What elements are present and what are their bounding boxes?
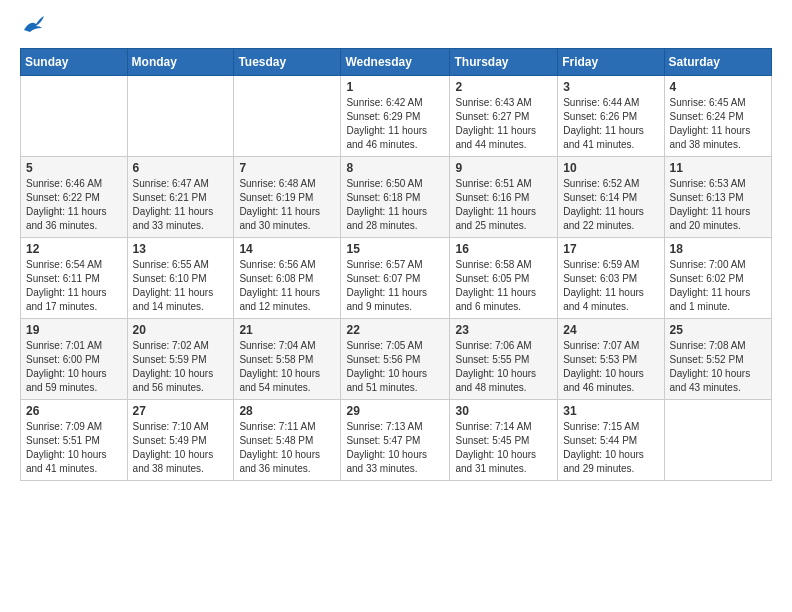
day-info: Sunrise: 7:09 AM Sunset: 5:51 PM Dayligh…: [26, 420, 122, 476]
day-number: 23: [455, 323, 552, 337]
calendar-cell: 28Sunrise: 7:11 AM Sunset: 5:48 PM Dayli…: [234, 400, 341, 481]
day-info: Sunrise: 6:44 AM Sunset: 6:26 PM Dayligh…: [563, 96, 658, 152]
calendar-cell: [127, 76, 234, 157]
day-info: Sunrise: 7:10 AM Sunset: 5:49 PM Dayligh…: [133, 420, 229, 476]
calendar: SundayMondayTuesdayWednesdayThursdayFrid…: [20, 48, 772, 481]
day-number: 1: [346, 80, 444, 94]
header: [20, 16, 772, 34]
calendar-week-row: 1Sunrise: 6:42 AM Sunset: 6:29 PM Daylig…: [21, 76, 772, 157]
day-info: Sunrise: 6:46 AM Sunset: 6:22 PM Dayligh…: [26, 177, 122, 233]
day-info: Sunrise: 6:42 AM Sunset: 6:29 PM Dayligh…: [346, 96, 444, 152]
day-info: Sunrise: 6:43 AM Sunset: 6:27 PM Dayligh…: [455, 96, 552, 152]
day-info: Sunrise: 7:11 AM Sunset: 5:48 PM Dayligh…: [239, 420, 335, 476]
day-number: 6: [133, 161, 229, 175]
day-info: Sunrise: 6:54 AM Sunset: 6:11 PM Dayligh…: [26, 258, 122, 314]
day-info: Sunrise: 6:59 AM Sunset: 6:03 PM Dayligh…: [563, 258, 658, 314]
calendar-week-row: 5Sunrise: 6:46 AM Sunset: 6:22 PM Daylig…: [21, 157, 772, 238]
day-number: 8: [346, 161, 444, 175]
day-info: Sunrise: 7:05 AM Sunset: 5:56 PM Dayligh…: [346, 339, 444, 395]
calendar-cell: 3Sunrise: 6:44 AM Sunset: 6:26 PM Daylig…: [558, 76, 664, 157]
calendar-cell: 16Sunrise: 6:58 AM Sunset: 6:05 PM Dayli…: [450, 238, 558, 319]
day-number: 25: [670, 323, 766, 337]
calendar-cell: 4Sunrise: 6:45 AM Sunset: 6:24 PM Daylig…: [664, 76, 771, 157]
day-info: Sunrise: 6:53 AM Sunset: 6:13 PM Dayligh…: [670, 177, 766, 233]
day-number: 31: [563, 404, 658, 418]
day-info: Sunrise: 6:45 AM Sunset: 6:24 PM Dayligh…: [670, 96, 766, 152]
weekday-header-wednesday: Wednesday: [341, 49, 450, 76]
day-info: Sunrise: 7:15 AM Sunset: 5:44 PM Dayligh…: [563, 420, 658, 476]
calendar-cell: 31Sunrise: 7:15 AM Sunset: 5:44 PM Dayli…: [558, 400, 664, 481]
calendar-cell: 30Sunrise: 7:14 AM Sunset: 5:45 PM Dayli…: [450, 400, 558, 481]
calendar-cell: 23Sunrise: 7:06 AM Sunset: 5:55 PM Dayli…: [450, 319, 558, 400]
day-number: 10: [563, 161, 658, 175]
day-info: Sunrise: 7:06 AM Sunset: 5:55 PM Dayligh…: [455, 339, 552, 395]
day-number: 26: [26, 404, 122, 418]
day-number: 17: [563, 242, 658, 256]
calendar-cell: 9Sunrise: 6:51 AM Sunset: 6:16 PM Daylig…: [450, 157, 558, 238]
day-info: Sunrise: 7:02 AM Sunset: 5:59 PM Dayligh…: [133, 339, 229, 395]
day-number: 20: [133, 323, 229, 337]
day-info: Sunrise: 7:14 AM Sunset: 5:45 PM Dayligh…: [455, 420, 552, 476]
day-number: 16: [455, 242, 552, 256]
weekday-header-monday: Monday: [127, 49, 234, 76]
calendar-cell: 20Sunrise: 7:02 AM Sunset: 5:59 PM Dayli…: [127, 319, 234, 400]
day-info: Sunrise: 7:07 AM Sunset: 5:53 PM Dayligh…: [563, 339, 658, 395]
day-info: Sunrise: 6:48 AM Sunset: 6:19 PM Dayligh…: [239, 177, 335, 233]
day-number: 28: [239, 404, 335, 418]
calendar-cell: 22Sunrise: 7:05 AM Sunset: 5:56 PM Dayli…: [341, 319, 450, 400]
weekday-header-friday: Friday: [558, 49, 664, 76]
calendar-cell: 7Sunrise: 6:48 AM Sunset: 6:19 PM Daylig…: [234, 157, 341, 238]
day-number: 4: [670, 80, 766, 94]
day-info: Sunrise: 6:55 AM Sunset: 6:10 PM Dayligh…: [133, 258, 229, 314]
weekday-header-row: SundayMondayTuesdayWednesdayThursdayFrid…: [21, 49, 772, 76]
day-info: Sunrise: 6:50 AM Sunset: 6:18 PM Dayligh…: [346, 177, 444, 233]
day-info: Sunrise: 7:00 AM Sunset: 6:02 PM Dayligh…: [670, 258, 766, 314]
day-info: Sunrise: 7:04 AM Sunset: 5:58 PM Dayligh…: [239, 339, 335, 395]
calendar-cell: 15Sunrise: 6:57 AM Sunset: 6:07 PM Dayli…: [341, 238, 450, 319]
day-info: Sunrise: 6:58 AM Sunset: 6:05 PM Dayligh…: [455, 258, 552, 314]
calendar-cell: 25Sunrise: 7:08 AM Sunset: 5:52 PM Dayli…: [664, 319, 771, 400]
calendar-cell: 1Sunrise: 6:42 AM Sunset: 6:29 PM Daylig…: [341, 76, 450, 157]
calendar-cell: 13Sunrise: 6:55 AM Sunset: 6:10 PM Dayli…: [127, 238, 234, 319]
day-number: 11: [670, 161, 766, 175]
day-info: Sunrise: 7:01 AM Sunset: 6:00 PM Dayligh…: [26, 339, 122, 395]
day-number: 18: [670, 242, 766, 256]
day-info: Sunrise: 7:08 AM Sunset: 5:52 PM Dayligh…: [670, 339, 766, 395]
calendar-cell: 21Sunrise: 7:04 AM Sunset: 5:58 PM Dayli…: [234, 319, 341, 400]
calendar-cell: [664, 400, 771, 481]
calendar-cell: 2Sunrise: 6:43 AM Sunset: 6:27 PM Daylig…: [450, 76, 558, 157]
day-number: 27: [133, 404, 229, 418]
calendar-cell: 17Sunrise: 6:59 AM Sunset: 6:03 PM Dayli…: [558, 238, 664, 319]
calendar-cell: 14Sunrise: 6:56 AM Sunset: 6:08 PM Dayli…: [234, 238, 341, 319]
calendar-cell: 11Sunrise: 6:53 AM Sunset: 6:13 PM Dayli…: [664, 157, 771, 238]
calendar-cell: 5Sunrise: 6:46 AM Sunset: 6:22 PM Daylig…: [21, 157, 128, 238]
day-number: 9: [455, 161, 552, 175]
day-info: Sunrise: 6:51 AM Sunset: 6:16 PM Dayligh…: [455, 177, 552, 233]
day-number: 5: [26, 161, 122, 175]
day-info: Sunrise: 6:56 AM Sunset: 6:08 PM Dayligh…: [239, 258, 335, 314]
day-number: 22: [346, 323, 444, 337]
calendar-cell: 26Sunrise: 7:09 AM Sunset: 5:51 PM Dayli…: [21, 400, 128, 481]
day-info: Sunrise: 6:47 AM Sunset: 6:21 PM Dayligh…: [133, 177, 229, 233]
calendar-cell: 10Sunrise: 6:52 AM Sunset: 6:14 PM Dayli…: [558, 157, 664, 238]
day-number: 15: [346, 242, 444, 256]
day-number: 14: [239, 242, 335, 256]
weekday-header-tuesday: Tuesday: [234, 49, 341, 76]
day-info: Sunrise: 6:57 AM Sunset: 6:07 PM Dayligh…: [346, 258, 444, 314]
day-number: 12: [26, 242, 122, 256]
calendar-cell: 8Sunrise: 6:50 AM Sunset: 6:18 PM Daylig…: [341, 157, 450, 238]
day-number: 30: [455, 404, 552, 418]
day-number: 29: [346, 404, 444, 418]
calendar-cell: 12Sunrise: 6:54 AM Sunset: 6:11 PM Dayli…: [21, 238, 128, 319]
calendar-cell: 19Sunrise: 7:01 AM Sunset: 6:00 PM Dayli…: [21, 319, 128, 400]
calendar-cell: 18Sunrise: 7:00 AM Sunset: 6:02 PM Dayli…: [664, 238, 771, 319]
calendar-week-row: 19Sunrise: 7:01 AM Sunset: 6:00 PM Dayli…: [21, 319, 772, 400]
calendar-week-row: 26Sunrise: 7:09 AM Sunset: 5:51 PM Dayli…: [21, 400, 772, 481]
calendar-cell: [21, 76, 128, 157]
day-number: 7: [239, 161, 335, 175]
day-number: 19: [26, 323, 122, 337]
day-number: 21: [239, 323, 335, 337]
calendar-cell: [234, 76, 341, 157]
calendar-cell: 24Sunrise: 7:07 AM Sunset: 5:53 PM Dayli…: [558, 319, 664, 400]
calendar-week-row: 12Sunrise: 6:54 AM Sunset: 6:11 PM Dayli…: [21, 238, 772, 319]
